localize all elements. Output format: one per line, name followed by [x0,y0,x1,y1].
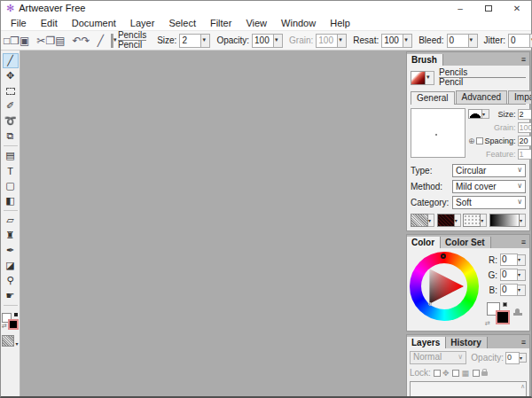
size-dropdown[interactable] [201,34,210,48]
swap-colors-icon[interactable]: ⇄ [2,323,7,330]
pattern-dropdown-icon[interactable]: ▾ [15,340,18,347]
size-input[interactable]: 2 [518,109,531,120]
cut-icon[interactable]: ✂ [36,33,45,49]
stipple-swatch[interactable] [463,214,481,227]
pattern-selector[interactable]: ▾ [2,335,18,347]
menu-edit[interactable]: Edit [34,17,65,29]
brush-picker-dropdown[interactable] [113,34,113,48]
opacity-dropdown[interactable] [274,34,283,48]
lasso-tool[interactable]: ➰ [3,113,19,129]
gradient-swatch[interactable] [489,214,520,227]
spacing-input[interactable]: 20 [518,136,531,146]
gradient-selector[interactable] [489,214,526,227]
move-tool[interactable]: ✥ [3,68,19,83]
menu-layer[interactable]: Layer [123,17,162,29]
lock-all-checkbox[interactable] [473,370,480,377]
minimize-button[interactable]: – [446,1,474,15]
lock-pixels-checkbox[interactable] [452,370,459,377]
eyedropper-tool[interactable]: ✒ [3,243,19,258]
zoom-tool[interactable]: ⚲ [3,273,19,288]
eraser-tool[interactable]: ▱ [3,213,19,228]
swap-colors-icon[interactable]: ⇄ [485,320,490,327]
brush-tip-swatch[interactable] [468,109,482,119]
opacity-input[interactable]: 100 [252,34,274,48]
blue-input[interactable]: 0 [500,284,518,296]
sv-marker[interactable] [428,302,432,306]
brush-preview-thumbnail[interactable] [411,71,426,85]
tab-history[interactable]: History [446,337,487,348]
method-select[interactable]: Mild cover [452,180,526,193]
brush-tool[interactable]: ╱ [3,53,19,68]
menu-select[interactable]: Select [161,17,203,29]
type-select[interactable]: Circular [452,164,526,177]
pattern-selector[interactable] [437,214,461,227]
brush-panel-tab[interactable]: Brush [407,54,443,66]
magic-wand-tool[interactable]: ✐ [3,98,19,113]
opacity-input[interactable]: 0 [505,352,520,364]
undo-icon[interactable]: ↶ [73,33,82,49]
stamp-tool[interactable]: ♜ [3,228,19,243]
brush-stroke-icon[interactable]: ╱ [98,33,104,49]
size-input[interactable]: 2 [179,34,201,48]
default-colors-icon[interactable] [14,313,18,316]
default-colors-icon[interactable] [503,302,507,307]
red-input[interactable]: 0 [500,254,518,266]
new-icon[interactable]: □ [4,33,10,49]
paper-texture-swatch[interactable] [411,214,428,227]
text-tool[interactable]: T [3,163,19,178]
stipple-dropdown[interactable] [481,214,487,227]
close-button[interactable]: ✕ [503,1,531,15]
fill-tool[interactable]: ◪ [3,258,19,273]
spacing-checkbox[interactable] [476,137,483,144]
gradient-tool[interactable]: ◧ [3,193,19,208]
opacity-dropdown[interactable] [520,353,527,363]
gradient-dropdown[interactable] [520,214,526,227]
paste-icon[interactable]: ▤ [55,33,65,49]
shape-tool[interactable]: ▢ [3,178,19,193]
layers-panel-menu-icon[interactable]: ≡ [521,338,529,348]
tab-color[interactable]: Color [407,237,441,248]
crop-tool[interactable]: ⧉ [3,129,19,144]
tab-layers[interactable]: Layers [407,337,446,348]
menu-help[interactable]: Help [323,17,357,29]
lock-position-checkbox[interactable] [434,370,441,377]
tab-advanced[interactable]: Advanced [456,90,507,104]
copy-icon[interactable]: ❐ [45,33,55,49]
stipple-selector[interactable] [463,214,487,227]
background-color-swatch[interactable] [8,319,19,330]
resat-input[interactable]: 100 [381,34,403,48]
red-dropdown[interactable] [518,254,526,266]
open-icon[interactable]: ❒ [10,33,20,49]
resat-dropdown[interactable] [403,34,412,48]
pattern-swatch[interactable] [2,335,14,347]
menu-filter[interactable]: Filter [203,17,239,29]
brush-tip-dropdown[interactable] [482,109,489,119]
pattern-dropdown[interactable] [455,214,461,227]
green-input[interactable]: 0 [500,269,518,281]
menu-document[interactable]: Document [65,17,123,29]
menu-window[interactable]: Window [274,17,323,29]
jitter-input[interactable]: 0 [508,34,530,48]
hand-tool[interactable]: ☛ [3,288,19,303]
color-panel-menu-icon[interactable]: ≡ [521,238,529,248]
brush-panel-menu-icon[interactable]: ≡ [521,55,529,66]
layer-list[interactable]: ∧ ∨ [410,381,527,396]
canvas-workspace[interactable] [20,51,404,396]
maximize-button[interactable] [474,1,503,15]
color-wheel[interactable] [410,252,479,321]
category-select[interactable]: Soft [452,196,526,209]
redo-icon[interactable]: ↷ [82,33,90,49]
paper-texture-selector[interactable] [411,214,434,227]
brush-picker-dropdown[interactable] [426,71,434,85]
scroll-up-arrow[interactable]: ∧ [520,383,525,389]
background-color-swatch[interactable] [496,310,510,324]
stamp-icon[interactable] [513,313,522,316]
blue-dropdown[interactable] [518,285,526,296]
tab-color-set[interactable]: Color Set [441,237,490,248]
green-dropdown[interactable] [518,269,526,281]
menu-file[interactable]: File [4,17,34,29]
bleed-dropdown[interactable] [469,34,478,48]
tab-general[interactable]: General [411,91,455,105]
tab-impasto[interactable]: Impasto [508,90,531,104]
save-icon[interactable]: ▣ [20,33,29,49]
